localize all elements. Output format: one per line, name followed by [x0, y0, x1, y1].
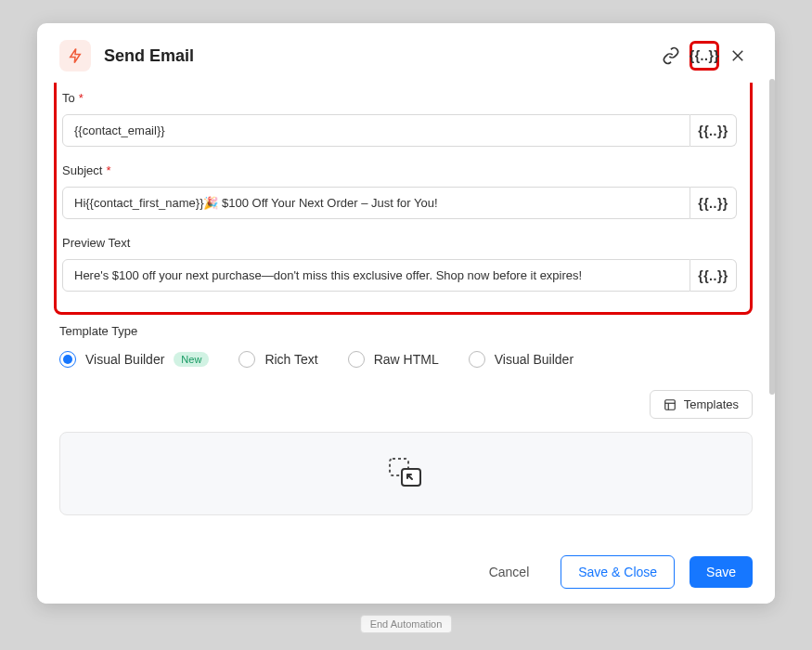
subject-input[interactable] [62, 187, 690, 219]
preview-label: Preview Text [62, 236, 737, 250]
cancel-button[interactable]: Cancel [472, 556, 547, 588]
template-type-radios: Visual Builder New Rich Text Raw HTML Vi… [59, 351, 753, 368]
preview-input[interactable] [62, 259, 690, 292]
modal-title: Send Email [104, 46, 652, 66]
save-button[interactable]: Save [690, 556, 753, 588]
subject-field-group: Subject* {{..}} [62, 163, 737, 219]
link-icon[interactable] [656, 41, 686, 71]
radio-label: Visual Builder [495, 352, 574, 367]
radio-raw-html[interactable]: Raw HTML [348, 351, 439, 368]
to-merge-button[interactable]: {{..}} [690, 114, 737, 147]
subject-merge-button[interactable]: {{..}} [690, 187, 737, 219]
template-type-label: Template Type [59, 324, 753, 338]
radio-circle-icon [348, 351, 365, 368]
modal-footer: Cancel Save & Close Save [37, 540, 775, 604]
scrollbar[interactable] [769, 79, 775, 395]
preview-field-group: Preview Text {{..}} [62, 236, 737, 292]
svg-rect-2 [665, 399, 676, 410]
builder-canvas[interactable] [59, 432, 753, 515]
radio-circle-icon [469, 351, 485, 368]
templates-button[interactable]: Templates [650, 390, 753, 419]
new-badge: New [174, 352, 209, 367]
preview-merge-button[interactable]: {{..}} [690, 259, 737, 292]
radio-circle-icon [238, 351, 255, 368]
radio-visual-builder-2[interactable]: Visual Builder [469, 351, 574, 368]
lightning-icon [59, 40, 91, 72]
radio-label: Rich Text [264, 352, 317, 367]
to-label: To* [62, 91, 737, 105]
close-icon[interactable] [723, 41, 753, 71]
radio-label: Raw HTML [374, 352, 439, 367]
merge-tags-icon[interactable]: {{..}} [690, 41, 719, 71]
templates-icon [664, 398, 677, 411]
to-field-group: To* {{..}} [62, 91, 737, 147]
save-close-button[interactable]: Save & Close [561, 555, 675, 589]
send-email-modal: Send Email {{..}} To* {{..}} [37, 23, 775, 604]
to-input[interactable] [62, 114, 690, 147]
drag-drop-icon [389, 459, 424, 488]
radio-rich-text[interactable]: Rich Text [238, 351, 317, 368]
end-automation-button[interactable]: End Automation [360, 615, 453, 633]
highlighted-fields-box: To* {{..}} Subject* {{..}} [54, 83, 753, 315]
modal-header: Send Email {{..}} [37, 23, 775, 83]
radio-label: Visual Builder [85, 352, 164, 367]
radio-circle-icon [59, 351, 76, 368]
radio-visual-builder[interactable]: Visual Builder New [59, 351, 209, 368]
modal-body: To* {{..}} Subject* {{..}} [37, 83, 775, 540]
subject-label: Subject* [62, 163, 737, 177]
